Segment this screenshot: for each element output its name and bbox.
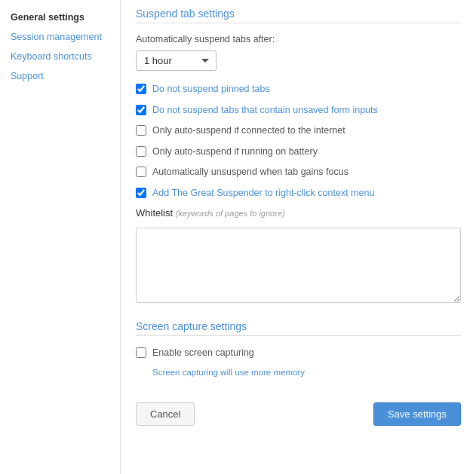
whitelist-label: Whitelist — [136, 207, 173, 219]
main-content: Suspend tab settings Automatically suspe… — [121, 0, 476, 474]
checkbox-row-no-suspend-pinned: Do not suspend pinned tabs — [136, 83, 461, 96]
checkbox-label-no-suspend-unsaved: Do not suspend tabs that contain unsaved… — [152, 104, 378, 118]
checkbox-label-no-suspend-pinned: Do not suspend pinned tabs — [152, 83, 270, 96]
checkbox-row-right-click-menu: Add The Great Suspender to right-click c… — [136, 187, 461, 200]
checkbox-row-enable-screen-capture: Enable screen capturing — [136, 347, 461, 360]
sidebar-item-session-management[interactable]: Session management — [0, 27, 120, 47]
checkbox-label-only-connected: Only auto-suspend if connected to the in… — [152, 124, 345, 138]
screen-capture-section-title: Screen capture settings — [136, 320, 461, 336]
screen-capture-note: Screen capturing will use more memory — [152, 368, 461, 377]
cancel-button[interactable]: Cancel — [136, 402, 195, 426]
checkbox-enable-screen-capture[interactable] — [136, 347, 146, 358]
whitelist-subtitle: (keywords of pages to ignore) — [176, 209, 285, 218]
checkbox-no-suspend-pinned[interactable] — [136, 84, 146, 94]
auto-suspend-label: Automatically suspend tabs after: — [136, 34, 461, 44]
dropdown-wrapper: Never30 seconds1 minute3 minutes5 minute… — [136, 50, 461, 71]
checkboxes-container: Do not suspend pinned tabsDo not suspend… — [136, 83, 461, 200]
checkbox-row-only-battery: Only auto-suspend if running on battery — [136, 145, 461, 159]
checkbox-only-connected[interactable] — [136, 125, 146, 136]
sidebar: General settingsSession managementKeyboa… — [0, 0, 121, 474]
sidebar-item-keyboard-shortcuts[interactable]: Keyboard shortcuts — [0, 47, 120, 66]
checkbox-row-unsuspend-focus: Automatically unsuspend when tab gains f… — [136, 166, 461, 179]
suspend-after-dropdown[interactable]: Never30 seconds1 minute3 minutes5 minute… — [136, 50, 217, 71]
whitelist-textarea[interactable] — [136, 228, 461, 303]
checkbox-row-only-connected: Only auto-suspend if connected to the in… — [136, 124, 461, 138]
bottom-buttons: Cancel Save settings — [136, 395, 461, 426]
screen-capture-checkboxes: Enable screen capturingScreen capturing … — [136, 347, 461, 377]
checkbox-label-unsuspend-focus: Automatically unsuspend when tab gains f… — [152, 166, 349, 179]
sidebar-item-support[interactable]: Support — [0, 66, 120, 86]
suspend-tab-section-title: Suspend tab settings — [136, 8, 461, 23]
whitelist-section: Whitelist (keywords of pages to ignore) — [136, 207, 461, 317]
checkbox-right-click-menu[interactable] — [136, 188, 146, 198]
checkbox-label-enable-screen-capture: Enable screen capturing — [152, 347, 254, 360]
checkbox-label-right-click-menu: Add The Great Suspender to right-click c… — [152, 187, 374, 200]
checkbox-label-only-battery: Only auto-suspend if running on battery — [152, 145, 318, 159]
save-settings-button[interactable]: Save settings — [373, 402, 461, 426]
whitelist-header: Whitelist (keywords of pages to ignore) — [136, 207, 461, 219]
checkbox-only-battery[interactable] — [136, 146, 146, 157]
sidebar-item-general-settings[interactable]: General settings — [0, 8, 120, 27]
checkbox-row-no-suspend-unsaved: Do not suspend tabs that contain unsaved… — [136, 104, 461, 118]
checkbox-unsuspend-focus[interactable] — [136, 167, 146, 177]
checkbox-no-suspend-unsaved[interactable] — [136, 105, 146, 115]
